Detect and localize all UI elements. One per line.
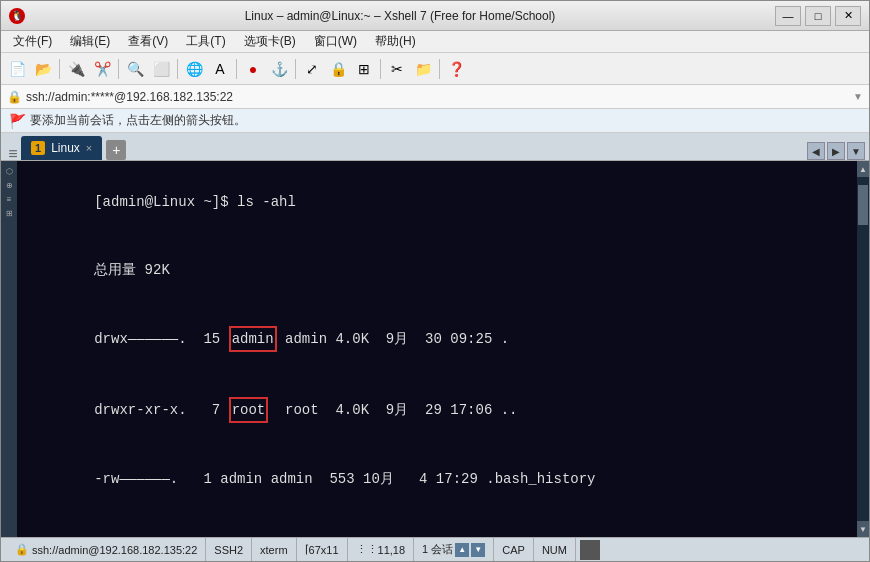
tab-close-btn[interactable]: × [86, 142, 92, 154]
window-controls: — □ ✕ [775, 6, 861, 26]
address-lock-icon: 🔒 [7, 90, 22, 104]
terminal[interactable]: [admin@Linux ~]$ ls -ahl 总用量 92K drwx———… [17, 161, 857, 537]
anchor-btn[interactable]: ⚓ [267, 57, 291, 81]
scroll-up-btn[interactable]: ▲ [857, 161, 869, 177]
toolbar-sep-6 [380, 59, 381, 79]
sidebar-icon-2: ⊕ [3, 179, 15, 191]
status-cap-text: CAP [502, 544, 525, 556]
table-row: drwxr-xr-x. 7 root root 4.0K 9月 29 17:06… [27, 375, 847, 446]
scroll-track [857, 177, 869, 521]
session-down-btn[interactable]: ▼ [471, 543, 485, 557]
sidebar-icon-1: ⬡ [3, 165, 15, 177]
toolbar-sep-1 [59, 59, 60, 79]
left-sidebar: ⬡ ⊕ ≡ ⊞ [1, 161, 17, 537]
status-ssh-address: 🔒 ssh://admin@192.168.182.135:22 [7, 538, 206, 561]
disconnect-btn[interactable]: ✂️ [90, 57, 114, 81]
sidebar-icon-3: ≡ [3, 193, 15, 205]
session-up-btn[interactable]: ▲ [455, 543, 469, 557]
toolbar-sep-4 [236, 59, 237, 79]
open-btn[interactable]: 📂 [31, 57, 55, 81]
menu-help[interactable]: 帮助(H) [367, 31, 424, 52]
close-button[interactable]: ✕ [835, 6, 861, 26]
total-line: 总用量 92K [27, 236, 847, 303]
status-term-text: xterm [260, 544, 288, 556]
sidebar-icon-4: ⊞ [3, 207, 15, 219]
app-icon: 🐧 [9, 8, 25, 24]
command-line: [admin@Linux ~]$ ls -ahl [27, 169, 847, 236]
status-dims-text: 67x11 [309, 544, 339, 556]
title-bar: 🐧 Linux – admin@Linux:~ – Xshell 7 (Free… [1, 1, 869, 31]
scroll-down-btn[interactable]: ▼ [857, 521, 869, 537]
status-protocol-text: SSH2 [214, 544, 243, 556]
toolbar: 📄 📂 🔌 ✂️ 🔍 ⬜ 🌐 A ● ⚓ ⤢ 🔒 ⊞ ✂ 📁 ❓ [1, 53, 869, 85]
connect-btn[interactable]: 🔌 [64, 57, 88, 81]
status-num: NUM [534, 538, 576, 561]
status-lock-icon: 🔒 [15, 543, 29, 556]
tab-right-nav: ◀ ▶ ▼ [807, 142, 865, 160]
menu-tools[interactable]: 工具(T) [178, 31, 233, 52]
tab-bar: ≡ 1 Linux × + ◀ ▶ ▼ [1, 133, 869, 161]
address-bar: 🔒 ssh://admin:*****@192.168.182.135:22 ▼ [1, 85, 869, 109]
session-arrows: ▲ ▼ [455, 543, 485, 557]
status-sessions-text: 1 会话 [422, 542, 453, 557]
menu-view[interactable]: 查看(V) [120, 31, 176, 52]
expand-btn[interactable]: ⤢ [300, 57, 324, 81]
tab-nav-down[interactable]: ▼ [847, 142, 865, 160]
maximize-button[interactable]: □ [805, 6, 831, 26]
folder2-btn[interactable]: 📁 [411, 57, 435, 81]
status-position: ⋮⋮ 11,18 [348, 538, 415, 561]
info-icon: 🚩 [9, 113, 26, 129]
highlight-user-root: root [229, 397, 269, 423]
tab-name: Linux [51, 141, 80, 155]
minimize-button[interactable]: — [775, 6, 801, 26]
prompt-text: [admin@Linux ~]$ ls -ahl [94, 194, 296, 210]
status-bar: 🔒 ssh://admin@192.168.182.135:22 SSH2 xt… [1, 537, 869, 561]
vertical-scrollbar[interactable]: ▲ ▼ [857, 161, 869, 537]
menu-window[interactable]: 窗口(W) [306, 31, 365, 52]
address-dropdown-icon[interactable]: ▼ [853, 91, 863, 102]
red-btn[interactable]: ● [241, 57, 265, 81]
menu-file[interactable]: 文件(F) [5, 31, 60, 52]
info-bar: 🚩 要添加当前会话，点击左侧的箭头按钮。 [1, 109, 869, 133]
status-end-icon [580, 540, 600, 560]
scissor-btn[interactable]: ✂ [385, 57, 409, 81]
toolbar-sep-5 [295, 59, 296, 79]
lock-btn[interactable]: 🔒 [326, 57, 350, 81]
globe-btn[interactable]: 🌐 [182, 57, 206, 81]
status-dimensions: ⌈ 67x11 [297, 538, 348, 561]
grid-btn[interactable]: ⊞ [352, 57, 376, 81]
zoom-btn[interactable]: 🔍 [123, 57, 147, 81]
address-text[interactable]: ssh://admin:*****@192.168.182.135:22 [26, 90, 849, 104]
toolbar-sep-7 [439, 59, 440, 79]
tab-nav-right[interactable]: ▶ [827, 142, 845, 160]
window-title: Linux – admin@Linux:~ – Xshell 7 (Free f… [31, 9, 769, 23]
tab-linux[interactable]: 1 Linux × [21, 136, 102, 160]
tab-add-btn[interactable]: + [106, 140, 126, 160]
scroll-thumb[interactable] [858, 185, 868, 225]
status-protocol: SSH2 [206, 538, 252, 561]
status-pos-text: 11,18 [378, 544, 406, 556]
menu-edit[interactable]: 编辑(E) [62, 31, 118, 52]
status-terminal: xterm [252, 538, 297, 561]
info-text: 要添加当前会话，点击左侧的箭头按钮。 [30, 112, 246, 129]
tab-number: 1 [31, 141, 45, 155]
toolbar-sep-2 [118, 59, 119, 79]
new-session-btn[interactable]: 📄 [5, 57, 29, 81]
tab-scroll-icons: ≡ [7, 148, 19, 160]
highlight-user-admin-1: admin [229, 326, 277, 352]
status-sessions: 1 会话 ▲ ▼ [414, 538, 494, 561]
status-cap: CAP [494, 538, 534, 561]
content-area: ⬡ ⊕ ≡ ⊞ [admin@Linux ~]$ ls -ahl 总用量 92K… [1, 161, 869, 537]
toolbar-sep-3 [177, 59, 178, 79]
tab-left-nav: ≡ [5, 148, 21, 160]
tab-nav-left[interactable]: ◀ [807, 142, 825, 160]
menu-tabs[interactable]: 选项卡(B) [236, 31, 304, 52]
copy-btn[interactable]: ⬜ [149, 57, 173, 81]
table-row: drwx——————. 15 admin admin 4.0K 9月 30 09… [27, 303, 847, 374]
table-row: -rw——————. 1 admin admin 553 10月 4 17:29… [27, 446, 847, 513]
help-btn[interactable]: ❓ [444, 57, 468, 81]
table-row: -rw-r--r--. 1 admin admin 18 4月 1 2020 .… [27, 513, 847, 537]
font-btn[interactable]: A [208, 57, 232, 81]
menu-bar: 文件(F) 编辑(E) 查看(V) 工具(T) 选项卡(B) 窗口(W) 帮助(… [1, 31, 869, 53]
status-pos-icon: ⋮⋮ [356, 543, 378, 556]
